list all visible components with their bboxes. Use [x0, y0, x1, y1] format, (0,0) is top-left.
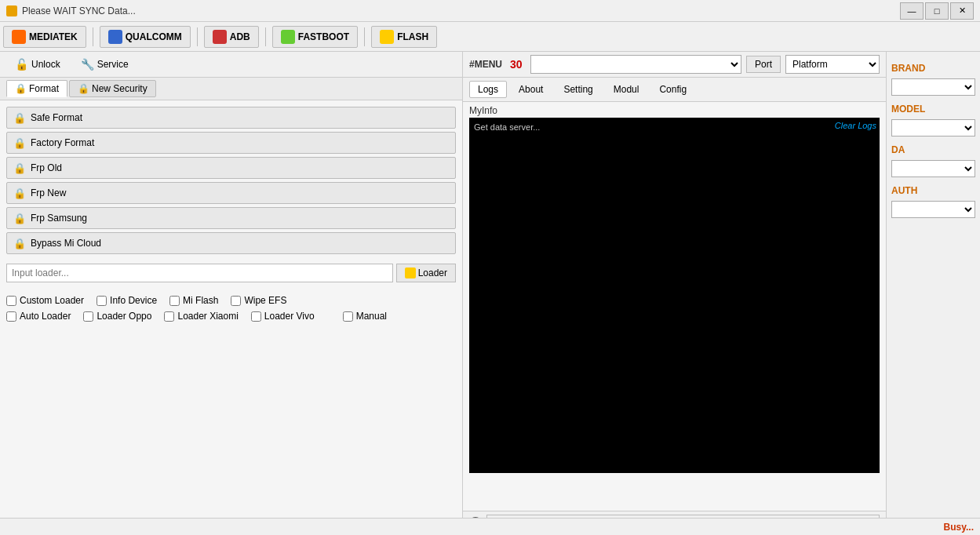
unlock-icon: 🔓	[15, 58, 28, 71]
mediatek-icon	[12, 30, 26, 44]
close-button[interactable]: ✕	[950, 2, 974, 20]
log-area[interactable]: Get data server... Clear Logs	[469, 118, 880, 473]
da-label: DA	[891, 144, 975, 155]
port-button[interactable]: Port	[746, 56, 781, 73]
mi-flash-checkbox[interactable]: Mi Flash	[169, 295, 218, 306]
loader-oppo-checkbox[interactable]: Loader Oppo	[83, 311, 151, 322]
left-content-area: 🔒 Safe Format 🔒 Factory Format 🔒 Frp Old…	[0, 100, 462, 535]
safe-format-lock-icon: 🔒	[13, 111, 26, 124]
status-bar: Busy...	[0, 518, 980, 535]
factory-format-button[interactable]: 🔒 Factory Format	[6, 132, 456, 154]
checkbox-row-1: Custom Loader Info Device Mi Flash Wipe …	[6, 295, 456, 306]
custom-loader-checkbox[interactable]: Custom Loader	[6, 295, 84, 306]
platform-select[interactable]: Platform	[785, 55, 880, 74]
frp-samsung-lock-icon: 🔒	[13, 212, 26, 224]
separator-3	[265, 27, 266, 46]
flash-icon	[380, 30, 394, 44]
manual-checkbox[interactable]: Manual	[343, 311, 387, 322]
checkbox-row-2: Auto Loader Loader Oppo Loader Xiaomi Lo…	[6, 311, 456, 322]
separator-2	[197, 27, 198, 46]
title-bar: Please WAIT SYNC Data... — □ ✕	[0, 0, 980, 22]
separator-1	[93, 27, 93, 46]
loader-input[interactable]	[6, 264, 393, 282]
service-tab[interactable]: 🔧 Service	[72, 55, 137, 74]
separator-4	[364, 27, 365, 46]
modul-tab[interactable]: Modul	[605, 81, 648, 98]
mediatek-button[interactable]: MEDIATEK	[3, 26, 86, 48]
new-security-sub-tab[interactable]: 🔒 New Security	[69, 80, 156, 97]
config-tab[interactable]: Config	[650, 81, 695, 98]
busy-status: Busy...	[944, 522, 974, 533]
sub-tab-row: 🔒 Format 🔒 New Security	[0, 78, 462, 100]
log-title: MyInfo	[469, 105, 880, 116]
bypass-mi-cloud-button[interactable]: 🔒 Bypass Mi Cloud	[6, 232, 456, 254]
loader-row: Loader	[6, 264, 456, 282]
format-lock-icon: 🔒	[15, 83, 27, 94]
model-label: MODEL	[891, 104, 975, 115]
frp-samsung-button[interactable]: 🔒 Frp Samsung	[6, 207, 456, 229]
setting-tab[interactable]: Setting	[555, 81, 601, 98]
loader-icon	[405, 268, 416, 278]
info-device-checkbox[interactable]: Info Device	[97, 295, 157, 306]
qualcomm-button[interactable]: QUALCOMM	[100, 26, 191, 48]
menu-count: 30	[510, 58, 523, 71]
loader-vivo-checkbox[interactable]: Loader Vivo	[251, 311, 315, 322]
brand-dropdown[interactable]	[891, 78, 975, 96]
main-tab-row: 🔓 Unlock 🔧 Service	[0, 52, 462, 78]
format-sub-tab[interactable]: 🔒 Format	[6, 80, 67, 97]
frp-new-lock-icon: 🔒	[13, 187, 26, 199]
right-tabs: Logs About Setting Modul Config	[463, 78, 886, 102]
menu-label: #MENU	[469, 59, 502, 70]
maximize-button[interactable]: □	[925, 2, 949, 20]
auth-label: AUTH	[891, 185, 975, 196]
main-layout: 🔓 Unlock 🔧 Service 🔒 Format 🔒 New Securi…	[0, 52, 980, 535]
window-controls: — □ ✕	[900, 2, 974, 20]
logs-tab[interactable]: Logs	[469, 81, 507, 98]
minimize-button[interactable]: —	[900, 2, 924, 20]
auto-loader-checkbox[interactable]: Auto Loader	[6, 311, 71, 322]
title-bar-left: Please WAIT SYNC Data...	[6, 5, 136, 16]
auth-dropdown[interactable]	[891, 201, 975, 218]
right-area: #MENU 30 Port Platform Logs About Settin…	[463, 52, 886, 535]
left-panel: 🔓 Unlock 🔧 Service 🔒 Format 🔒 New Securi…	[0, 52, 463, 535]
unlock-tab[interactable]: 🔓 Unlock	[6, 55, 69, 74]
app-title: Please WAIT SYNC Data...	[22, 5, 136, 16]
bypass-mi-lock-icon: 🔒	[13, 237, 26, 249]
brand-label: BRAND	[891, 63, 975, 74]
qualcomm-icon	[108, 30, 122, 44]
log-text: Get data server...	[474, 122, 540, 132]
safe-format-button[interactable]: 🔒 Safe Format	[6, 107, 456, 129]
frp-old-button[interactable]: 🔒 Frp Old	[6, 157, 456, 179]
model-dropdown[interactable]	[891, 119, 975, 136]
fastboot-icon	[281, 30, 295, 44]
loader-xiaomi-checkbox[interactable]: Loader Xiaomi	[164, 311, 238, 322]
da-dropdown[interactable]	[891, 160, 975, 177]
log-container: MyInfo Get data server... Clear Logs	[463, 102, 886, 511]
clear-logs-button[interactable]: Clear Logs	[835, 121, 876, 130]
app-icon	[6, 5, 17, 16]
flash-button[interactable]: FLASH	[371, 26, 437, 48]
menu-dropdown[interactable]	[530, 55, 741, 74]
factory-format-lock-icon: 🔒	[13, 136, 26, 149]
adb-icon	[213, 30, 227, 44]
frp-new-button[interactable]: 🔒 Frp New	[6, 182, 456, 204]
fastboot-button[interactable]: FASTBOOT	[272, 26, 358, 48]
frp-old-lock-icon: 🔒	[13, 162, 26, 174]
main-toolbar: MEDIATEK QUALCOMM ADB FASTBOOT FLASH	[0, 22, 980, 52]
service-icon: 🔧	[81, 58, 94, 71]
wipe-efs-checkbox[interactable]: Wipe EFS	[231, 295, 286, 306]
loader-button[interactable]: Loader	[396, 264, 456, 282]
checkbox-grid: Custom Loader Info Device Mi Flash Wipe …	[6, 295, 456, 322]
new-security-lock-icon: 🔒	[78, 83, 89, 94]
right-side-panel: BRAND MODEL DA AUTH ↑Manager Device	[886, 52, 980, 535]
right-toolbar: #MENU 30 Port Platform	[463, 52, 886, 78]
about-tab[interactable]: About	[510, 81, 552, 98]
adb-button[interactable]: ADB	[204, 26, 259, 48]
